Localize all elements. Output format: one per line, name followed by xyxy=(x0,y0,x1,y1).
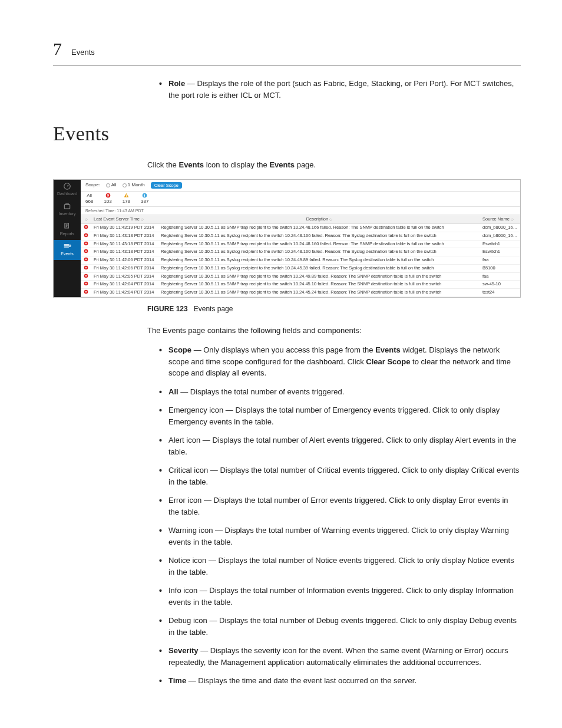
bullet-role-label: Role xyxy=(168,79,185,88)
cell-desc: Registering Server 10.30.5.11 as Syslog … xyxy=(158,248,480,256)
error-icon xyxy=(84,281,88,286)
cell-source: B5100 xyxy=(480,265,520,272)
cell-severity xyxy=(81,232,91,240)
filter-warning[interactable]: 178 xyxy=(123,193,130,204)
error-icon xyxy=(105,193,111,198)
table-row[interactable]: Fri May 30 11:42:05 PDT 2014Registering … xyxy=(81,273,520,281)
section-instruction: Click the Events icon to display the Eve… xyxy=(147,159,521,171)
svg-rect-6 xyxy=(126,196,127,197)
error-icon xyxy=(84,249,88,253)
sidebar-item-inventory[interactable]: Inventory xyxy=(54,200,81,220)
filter-info[interactable]: 387 xyxy=(141,193,148,204)
table-row[interactable]: Fri May 30 11:43:19 PDT 2014Registering … xyxy=(81,224,520,232)
col-time[interactable]: Last Event Server Time ◇ xyxy=(91,215,158,223)
chapter-number: 7 xyxy=(53,35,62,62)
cell-source: faa xyxy=(480,273,520,281)
clear-scope-button[interactable]: Clear Scope xyxy=(151,182,182,189)
event-table-header: ◇ Last Event Server Time ◇ Description ◇… xyxy=(81,215,520,224)
table-row[interactable]: Fri May 30 11:43:18 PDT 2014Registering … xyxy=(81,241,520,249)
table-row[interactable]: Fri May 30 11:42:04 PDT 2014Registering … xyxy=(81,289,520,297)
list-item: Time — Displays the time and date the ev… xyxy=(159,675,521,687)
cell-desc: Registering Server 10.30.5.11 as SNMP tr… xyxy=(158,241,480,248)
info-icon xyxy=(142,193,147,198)
sidebar: Dashboard Inventory Reports Events xyxy=(54,180,81,297)
list-item: Info icon — Displays the total number of… xyxy=(159,585,521,608)
cell-severity xyxy=(81,281,91,288)
table-row[interactable]: Fri May 30 11:42:06 PDT 2014Registering … xyxy=(81,265,520,273)
field-bullets: Scope — Only displays when you access th… xyxy=(159,344,521,687)
table-row[interactable]: Fri May 30 11:43:18 PDT 2014Registering … xyxy=(81,232,520,241)
cell-severity xyxy=(81,265,91,272)
table-row[interactable]: Fri May 30 11:43:18 PDT 2014Registering … xyxy=(81,248,520,256)
refreshed-time: Refreshed Time: 11:43 AM PDT xyxy=(81,207,520,215)
cell-time: Fri May 30 11:43:18 PDT 2014 xyxy=(91,248,158,256)
events-icon xyxy=(62,242,72,251)
para-fields: The Events page contains the following f… xyxy=(147,325,521,337)
cell-desc: Registering Server 10.30.5.11 as Syslog … xyxy=(158,232,480,240)
cell-source: Eswitch1 xyxy=(480,241,520,248)
sidebar-item-dashboard[interactable]: Dashboard xyxy=(54,180,81,200)
cell-source: sw-45-10 xyxy=(480,281,520,288)
error-icon xyxy=(84,225,88,229)
svg-rect-9 xyxy=(144,195,145,195)
cell-severity xyxy=(81,256,91,264)
cell-time: Fri May 30 11:42:06 PDT 2014 xyxy=(91,265,158,272)
list-item: Critical icon — Displays the total numbe… xyxy=(159,465,521,487)
reports-icon xyxy=(63,222,71,230)
dashboard-icon xyxy=(63,182,71,190)
svg-point-3 xyxy=(69,245,71,246)
intro-bullets: Role — Displays the role of the port (su… xyxy=(159,78,521,101)
filter-error[interactable]: 103 xyxy=(104,193,111,204)
scope-net-icon[interactable] xyxy=(106,183,110,187)
sidebar-item-events[interactable]: Events xyxy=(54,240,81,260)
cell-desc: Registering Server 10.30.5.11 as SNMP tr… xyxy=(158,224,480,232)
cell-time: Fri May 30 11:42:06 PDT 2014 xyxy=(91,256,158,264)
list-item: Scope — Only displays when you access th… xyxy=(159,344,521,379)
list-item: Notice icon — Displays the total number … xyxy=(159,555,521,578)
error-icon xyxy=(84,241,88,246)
table-row[interactable]: Fri May 30 11:42:06 PDT 2014Registering … xyxy=(81,256,520,265)
chapter-title: Events xyxy=(71,47,95,58)
col-severity[interactable]: ◇ xyxy=(81,215,91,223)
event-table-body: Fri May 30 11:43:19 PDT 2014Registering … xyxy=(81,224,520,297)
filter-all[interactable]: All 668 xyxy=(85,193,93,204)
cell-desc: Registering Server 10.30.5.11 as SNMP tr… xyxy=(158,273,480,281)
figure-caption: FIGURE 123 Events page xyxy=(147,304,521,314)
col-source[interactable]: Source Name ◇ xyxy=(480,215,520,223)
cell-desc: Registering Server 10.30.5.11 as SNMP tr… xyxy=(158,281,480,288)
cell-severity xyxy=(81,289,91,297)
bullet-role-text: — Displays the role of the port (such as… xyxy=(168,79,514,100)
cell-time: Fri May 30 11:43:19 PDT 2014 xyxy=(91,224,158,232)
scope-bar: Scope: All 1 Month Clear Scope xyxy=(81,180,520,192)
sidebar-item-reports[interactable]: Reports xyxy=(54,220,81,240)
cell-severity xyxy=(81,224,91,232)
section-title: Events xyxy=(53,118,521,149)
error-icon xyxy=(84,274,88,278)
bullet-role: Role — Displays the role of the port (su… xyxy=(159,78,521,101)
cell-time: Fri May 30 11:42:04 PDT 2014 xyxy=(91,281,158,288)
cell-severity xyxy=(81,273,91,281)
cell-time: Fri May 30 11:42:04 PDT 2014 xyxy=(91,289,158,297)
events-page-screenshot: Dashboard Inventory Reports Events Scope… xyxy=(53,179,521,298)
cell-desc: Registering Server 10.30.5.11 as Syslog … xyxy=(158,256,480,264)
cell-severity xyxy=(81,248,91,256)
page-header: 7 Events xyxy=(53,35,521,66)
cell-desc: Registering Server 10.30.5.11 as SNMP tr… xyxy=(158,289,480,297)
list-item: Error icon — Displays the total number o… xyxy=(159,495,521,518)
scope-time-icon[interactable] xyxy=(123,183,127,187)
scope-label: Scope: xyxy=(85,182,100,188)
cell-desc: Registering Server 10.30.5.11 as Syslog … xyxy=(158,265,480,272)
cell-source: Eswitch1 xyxy=(480,248,520,256)
severity-filter-bar: All 668 103 178 387 xyxy=(81,192,520,207)
list-item: Emergency icon — Displays the total numb… xyxy=(159,404,521,427)
col-description[interactable]: Description ◇ xyxy=(158,215,480,223)
svg-rect-1 xyxy=(64,205,70,209)
list-item: Debug icon — Displays the total number o… xyxy=(159,615,521,638)
events-content: Scope: All 1 Month Clear Scope All 668 1… xyxy=(81,180,520,297)
table-row[interactable]: Fri May 30 11:42:04 PDT 2014Registering … xyxy=(81,281,520,289)
cell-time: Fri May 30 11:42:05 PDT 2014 xyxy=(91,273,158,281)
svg-rect-8 xyxy=(144,195,145,197)
svg-rect-5 xyxy=(126,195,127,196)
error-icon xyxy=(84,233,88,238)
cell-source: test24 xyxy=(480,289,520,297)
